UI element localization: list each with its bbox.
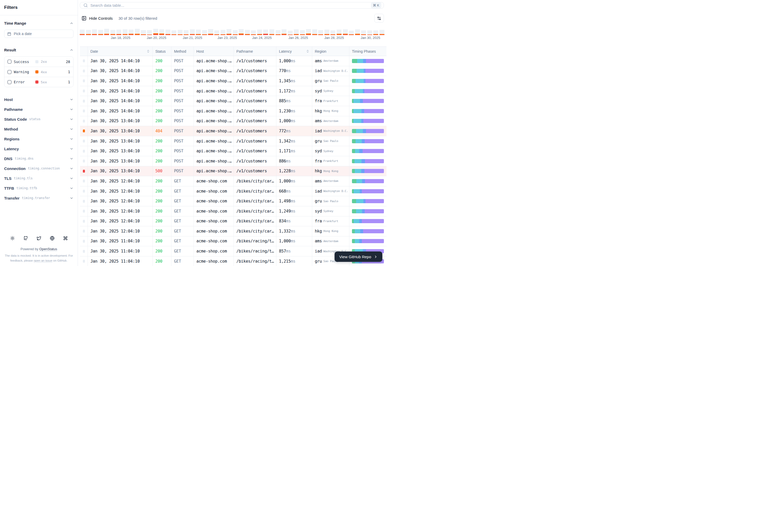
openstatus-link[interactable]: OpenStatus — [39, 247, 57, 251]
histogram-bar[interactable] — [373, 29, 378, 35]
section-header-result[interactable]: Result — [4, 48, 73, 52]
table-row[interactable]: Jan 30, 2025 13:04:10500POSTapi.acme-sho… — [80, 166, 386, 176]
histogram-bar[interactable] — [208, 29, 213, 35]
sidebar-section-method[interactable]: Method — [4, 124, 73, 134]
theme-toggle-sun-icon[interactable] — [10, 235, 15, 241]
sidebar-section-ttfb[interactable]: TTFBtiming.ttfb — [4, 183, 73, 193]
table-row[interactable]: Jan 30, 2025 13:04:10200POSTapi.acme-sho… — [80, 156, 386, 166]
github-icon[interactable] — [23, 235, 29, 241]
histogram-bar[interactable] — [263, 29, 268, 35]
sidebar-section-host[interactable]: Host — [4, 94, 73, 104]
histogram-bar[interactable] — [257, 29, 262, 35]
table-row[interactable]: Jan 30, 2025 13:04:10404POSTapi.acme-sho… — [80, 126, 386, 136]
histogram-bar[interactable] — [233, 29, 238, 35]
histogram-bar[interactable] — [300, 29, 305, 35]
histogram-bar[interactable] — [159, 29, 164, 35]
search-input[interactable] — [90, 3, 368, 8]
histogram-bar[interactable] — [306, 29, 311, 35]
checkbox[interactable] — [8, 80, 11, 84]
table-row[interactable]: Jan 30, 2025 14:04:10200POSTapi.acme-sho… — [80, 56, 386, 66]
sidebar-section-latency[interactable]: Latency — [4, 144, 73, 154]
hide-controls-button[interactable]: Hide Controls — [81, 16, 113, 21]
table-row[interactable]: Jan 30, 2025 12:04:10200GETacme-shop.com… — [80, 216, 386, 227]
table-row[interactable]: Jan 30, 2025 14:04:10200POSTapi.acme-sho… — [80, 86, 386, 96]
histogram-bar[interactable] — [355, 29, 360, 35]
table-row[interactable]: Jan 30, 2025 12:04:10200GETacme-shop.com… — [80, 226, 386, 236]
command-icon[interactable] — [63, 235, 68, 241]
column-header-latency[interactable]: Latency — [276, 47, 312, 56]
table-row[interactable]: Jan 30, 2025 13:04:10200POSTapi.acme-sho… — [80, 146, 386, 156]
histogram-bar[interactable] — [128, 29, 133, 35]
histogram-bar[interactable] — [171, 29, 176, 35]
table-row[interactable]: Jan 30, 2025 14:04:10200POSTapi.acme-sho… — [80, 106, 386, 116]
histogram-bar[interactable] — [135, 29, 140, 35]
histogram-bar[interactable] — [153, 29, 158, 35]
table-row[interactable]: Jan 30, 2025 13:04:10200POSTapi.acme-sho… — [80, 116, 386, 126]
histogram-bar[interactable] — [251, 29, 256, 35]
sidebar-section-status-code[interactable]: Status Codestatus — [4, 114, 73, 124]
table-row[interactable]: Jan 30, 2025 13:04:10200POSTapi.acme-sho… — [80, 136, 386, 146]
result-filter-error[interactable]: Error5xx1 — [4, 77, 73, 87]
histogram-bar[interactable] — [349, 29, 354, 35]
table-row[interactable]: Jan 30, 2025 12:04:10200GETacme-shop.com… — [80, 176, 386, 186]
histogram-bar[interactable] — [92, 29, 97, 35]
histogram-bar[interactable] — [288, 29, 293, 35]
section-header-time-range[interactable]: Time Range — [4, 21, 73, 25]
table-row[interactable]: Jan 30, 2025 11:04:10200GETacme-shop.com… — [80, 236, 386, 247]
histogram-bar[interactable] — [98, 29, 103, 35]
histogram-bar[interactable] — [214, 29, 219, 35]
table-row[interactable]: Jan 30, 2025 12:04:10200GETacme-shop.com… — [80, 206, 386, 216]
histogram-bar[interactable] — [312, 29, 317, 35]
open-issue-link[interactable]: open an issue — [34, 259, 52, 262]
histogram-bar[interactable] — [276, 29, 281, 35]
table-row[interactable]: Jan 30, 2025 14:04:10200POSTapi.acme-sho… — [80, 76, 386, 86]
checkbox[interactable] — [8, 70, 11, 74]
histogram-bar[interactable] — [245, 29, 250, 35]
sidebar-section-pathname[interactable]: Pathname — [4, 104, 73, 114]
histogram-bar[interactable] — [379, 29, 384, 35]
histogram-bar[interactable] — [80, 29, 85, 35]
histogram-bar[interactable] — [178, 29, 182, 35]
histogram-bar[interactable] — [221, 29, 226, 35]
checkbox[interactable] — [8, 60, 11, 64]
histogram-bar[interactable] — [86, 29, 91, 35]
histogram-bar[interactable] — [141, 29, 146, 35]
histogram-bar[interactable] — [165, 29, 170, 35]
sidebar-section-transfer[interactable]: Transfertiming.transfer — [4, 193, 73, 203]
sidebar-section-regions[interactable]: Regions — [4, 134, 73, 144]
twitter-icon[interactable] — [36, 235, 42, 241]
view-options-button[interactable] — [374, 14, 384, 23]
date-picker-button[interactable]: Pick a date — [4, 30, 73, 38]
sidebar-section-tls[interactable]: TLStiming.tls — [4, 173, 73, 183]
histogram-bar[interactable] — [202, 29, 207, 35]
histogram-bar[interactable] — [330, 29, 335, 35]
histogram-bar[interactable] — [367, 29, 372, 35]
histogram-bar[interactable] — [110, 29, 115, 35]
view-github-repo-button[interactable]: View GitHub Repo — [335, 251, 382, 262]
histogram-bar[interactable] — [104, 29, 109, 35]
histogram-bar[interactable] — [122, 29, 127, 35]
histogram-bar[interactable] — [343, 29, 348, 35]
table-row[interactable]: Jan 30, 2025 12:04:10200GETacme-shop.com… — [80, 186, 386, 196]
histogram-bar[interactable] — [361, 29, 366, 35]
sidebar-section-connection[interactable]: Connectiontiming.connection — [4, 163, 73, 173]
table-row[interactable]: Jan 30, 2025 14:04:10200POSTapi.acme-sho… — [80, 96, 386, 106]
histogram-bar[interactable] — [227, 29, 232, 35]
histogram-bar[interactable] — [183, 29, 188, 35]
table-row[interactable]: Jan 30, 2025 14:04:10200POSTapi.acme-sho… — [80, 66, 386, 76]
histogram-bar[interactable] — [337, 29, 342, 35]
histogram-bar[interactable] — [239, 29, 244, 35]
result-filter-warning[interactable]: Warning4xx1 — [4, 67, 73, 77]
histogram-bar[interactable] — [190, 29, 195, 35]
result-filter-success[interactable]: Success2xx28 — [4, 57, 73, 67]
histogram-bar[interactable] — [116, 29, 121, 35]
histogram-bar[interactable] — [282, 29, 287, 35]
sidebar-section-dns[interactable]: DNStiming.dns — [4, 154, 73, 163]
histogram-bar[interactable] — [147, 29, 152, 35]
histogram-bar[interactable] — [294, 29, 299, 35]
histogram-bar[interactable] — [324, 29, 329, 35]
table-row[interactable]: Jan 30, 2025 12:04:10200GETacme-shop.com… — [80, 196, 386, 206]
histogram-bar[interactable] — [269, 29, 274, 35]
globe-icon[interactable] — [49, 235, 55, 241]
histogram-bar[interactable] — [318, 29, 323, 35]
